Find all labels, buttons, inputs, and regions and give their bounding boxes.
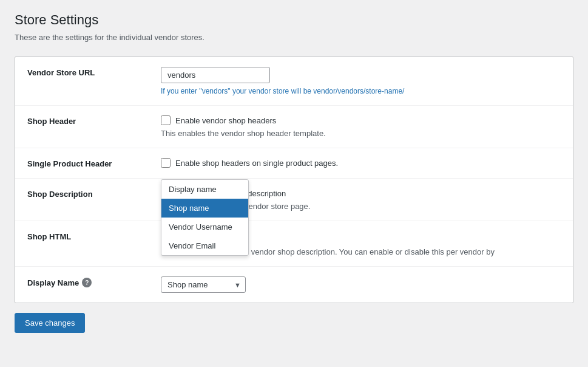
field-display-name: Display name Shop name Vendor Username V…	[161, 276, 561, 293]
shop-header-checkbox[interactable]	[161, 115, 171, 125]
save-changes-button[interactable]: Save changes	[15, 313, 85, 333]
vendor-store-url-hint: If you enter "vendors" your vendor store…	[161, 87, 561, 95]
label-vendor-store-url: Vendor Store URL	[27, 67, 161, 77]
settings-table: Vendor Store URL If you enter "vendors" …	[15, 57, 573, 303]
shop-header-checkbox-label: Enable vendor shop headers	[175, 116, 276, 125]
label-display-name: Display Name ?	[27, 276, 161, 287]
dropdown-item-display-name[interactable]: Display name	[161, 180, 248, 199]
single-product-header-checkbox[interactable]	[161, 158, 171, 168]
row-shop-html: Shop HTML or shop description SIWYG edit…	[15, 221, 573, 267]
vendor-store-url-input[interactable]	[161, 67, 270, 83]
display-name-dropdown: Display name Shop name Vendor Username V…	[161, 179, 249, 256]
dropdown-item-vendor-username[interactable]: Vendor Username	[161, 218, 248, 236]
label-shop-header: Shop Header	[27, 115, 161, 126]
page-title: Store Settings	[15, 12, 573, 28]
field-shop-header: Enable vendor shop headers This enables …	[161, 115, 561, 138]
label-shop-html: Shop HTML	[27, 231, 161, 241]
row-shop-description: Shop Description Enable vendor shop desc…	[15, 179, 573, 221]
dropdown-item-vendor-email[interactable]: Vendor Email	[161, 236, 248, 255]
shop-header-description: This enables the vendor shop header temp…	[161, 129, 561, 138]
display-name-select-wrapper: Display name Shop name Vendor Username V…	[161, 276, 246, 293]
row-display-name: Display Name ? Display name Shop name Ve…	[15, 267, 573, 303]
display-name-select[interactable]: Display name Shop name Vendor Username V…	[161, 276, 246, 293]
row-shop-header: Shop Header Enable vendor shop headers T…	[15, 106, 573, 148]
dropdown-item-shop-name[interactable]: Shop name	[161, 199, 248, 218]
row-vendor-store-url: Vendor Store URL If you enter "vendors" …	[15, 57, 573, 106]
shop-header-checkbox-row: Enable vendor shop headers	[161, 115, 561, 125]
field-single-product-header: Enable shop headers on single product pa…	[161, 158, 561, 168]
single-product-header-label: Enable shop headers on single product pa…	[175, 159, 338, 168]
row-single-product-header: Single Product Header Enable shop header…	[15, 148, 573, 179]
page-wrap: Store Settings These are the settings fo…	[0, 0, 588, 367]
label-shop-description: Shop Description	[27, 188, 161, 199]
field-vendor-store-url: If you enter "vendors" your vendor store…	[161, 67, 561, 95]
display-name-help-icon[interactable]: ?	[82, 278, 92, 287]
label-single-product-header: Single Product Header	[27, 158, 161, 168]
page-subtitle: These are the settings for the individua…	[15, 33, 573, 42]
single-product-header-checkbox-row: Enable shop headers on single product pa…	[161, 158, 561, 168]
